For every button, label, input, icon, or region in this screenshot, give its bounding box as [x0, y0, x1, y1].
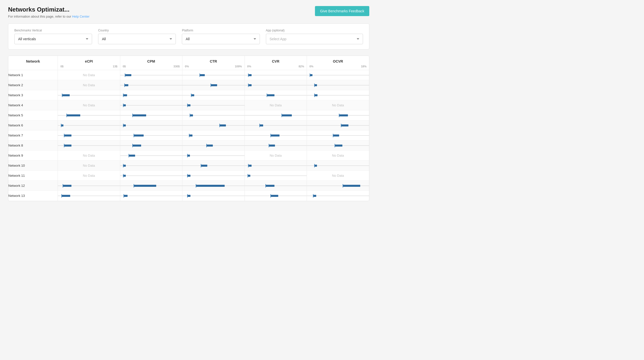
bar-range: [189, 134, 192, 137]
bar-container: [245, 143, 307, 148]
metric-cell: [307, 181, 369, 191]
bar-container: [307, 143, 369, 148]
filter-app-label: App (optional): [266, 29, 363, 32]
filter-platform-select[interactable]: All: [182, 34, 260, 44]
filter-country-select[interactable]: All: [98, 34, 176, 44]
page-title: Networks Optimizat...: [8, 6, 90, 13]
bar-range: [313, 195, 316, 197]
bar-track: [182, 105, 244, 106]
table-row: Network 4No DataNo DataNo Data: [8, 100, 369, 110]
metric-cell: [182, 151, 245, 161]
bar-range: [248, 175, 250, 177]
col-ocvr-header: OCVR 0% 18%: [307, 56, 369, 70]
bar-range: [248, 74, 251, 76]
bar-track: [245, 145, 307, 146]
bar-container: [245, 163, 307, 168]
metric-cell: [245, 181, 307, 191]
bar-tick: [259, 124, 260, 127]
metric-cell: [307, 90, 369, 100]
bar-range: [124, 195, 128, 197]
bar-track: [120, 115, 182, 116]
no-data-label: No Data: [58, 154, 120, 157]
bar-range: [123, 94, 127, 96]
col-cpm-header: CPM 0$ 330$: [120, 56, 182, 70]
metric-cell: [245, 120, 307, 130]
network-name-cell: Network 8: [8, 141, 58, 151]
table-row: Network 13: [8, 191, 369, 201]
metric-cell: [307, 70, 369, 80]
metric-cell: No Data: [58, 70, 120, 80]
table-row: Network 2No Data: [8, 80, 369, 90]
bar-container: [120, 103, 182, 108]
filter-app-select[interactable]: Select App: [266, 34, 363, 44]
bar-container: [182, 133, 244, 138]
bar-track: [307, 196, 369, 196]
bar-container: [182, 153, 244, 158]
metric-cell: [182, 181, 245, 191]
bar-tick: [123, 174, 124, 177]
bar-range: [123, 104, 126, 106]
table-row: Network 1No Data: [8, 70, 369, 80]
bar-track: [120, 135, 182, 136]
bar-tick: [248, 73, 249, 77]
metric-cell: [58, 191, 120, 201]
metric-cell: No Data: [58, 100, 120, 110]
metric-cell: [120, 191, 182, 201]
bar-track: [245, 165, 307, 166]
no-data-label: No Data: [58, 83, 120, 87]
bar-container: [120, 173, 182, 178]
no-data-label: No Data: [58, 103, 120, 107]
bar-container: [307, 183, 369, 188]
bar-container: [182, 83, 244, 88]
metric-cell: No Data: [307, 151, 369, 161]
bar-range: [187, 104, 190, 106]
metric-cell: [120, 120, 182, 130]
bar-tick: [187, 154, 188, 157]
network-name-cell: Network 4: [8, 100, 58, 110]
network-column-label: Network: [8, 56, 58, 70]
table-row: Network 9No DataNo DataNo Data: [8, 151, 369, 161]
bar-range: [63, 185, 72, 187]
col-network-header: Network: [8, 56, 58, 70]
metric-cell: [307, 120, 369, 130]
bar-container: [120, 183, 182, 188]
bar-range: [200, 74, 205, 76]
bar-container: [120, 73, 182, 78]
metric-cell: [307, 130, 369, 141]
bar-range: [271, 195, 278, 197]
bar-container: [245, 83, 307, 88]
bar-tick: [335, 144, 335, 147]
bar-container: [182, 173, 244, 178]
network-name-cell: Network 2: [8, 80, 58, 90]
bar-range: [191, 94, 194, 96]
bar-range: [211, 84, 217, 86]
bar-range: [125, 84, 128, 86]
bar-range: [201, 165, 207, 167]
bar-range: [123, 124, 126, 126]
bar-container: [120, 193, 182, 198]
metric-cell: [245, 191, 307, 201]
filter-vertical-select[interactable]: All verticals: [14, 34, 92, 44]
bar-container: [245, 133, 307, 138]
bar-tick: [314, 83, 315, 87]
table-row: Network 7: [8, 130, 369, 141]
bar-tick: [66, 114, 67, 117]
bar-range: [282, 114, 292, 116]
bar-container: [245, 193, 307, 198]
bar-track: [58, 125, 120, 126]
table-row: Network 3: [8, 90, 369, 100]
metric-cell: [182, 80, 245, 90]
help-center-link[interactable]: Help Center: [72, 15, 89, 18]
bar-track: [307, 125, 369, 126]
bar-tick: [310, 73, 310, 77]
bar-track: [182, 155, 244, 156]
bar-tick: [63, 184, 63, 188]
bar-range: [310, 74, 312, 76]
bar-tick: [125, 73, 125, 77]
metric-cell: No Data: [245, 151, 307, 161]
bar-container: [120, 123, 182, 128]
bar-tick: [199, 73, 200, 77]
bar-tick: [201, 164, 201, 167]
network-name-cell: Network 12: [8, 181, 58, 191]
feedback-button[interactable]: Give Benchmarks Feedback: [315, 6, 369, 16]
